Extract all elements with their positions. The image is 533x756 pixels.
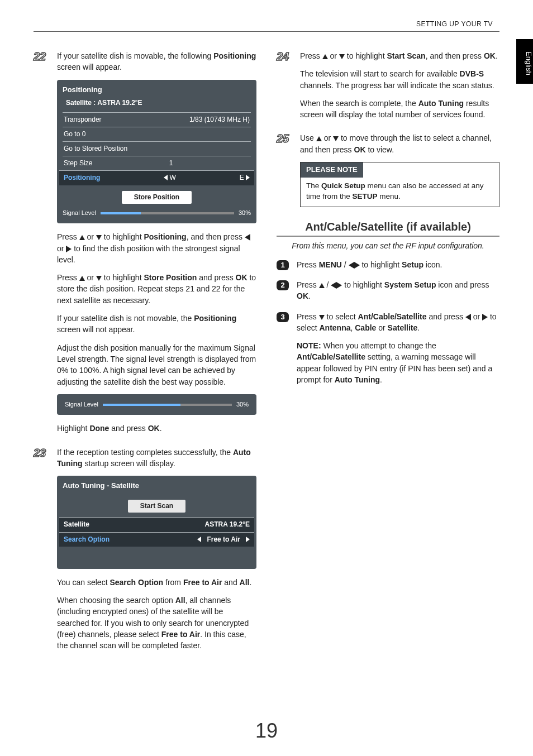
step-25: 25 Use or to move through the list to se… [277,132,499,207]
signal-level-row: Signal Level 30% [63,208,251,218]
step-22: 22 If your satellite dish is movable, th… [34,50,256,441]
language-tab: English [516,39,533,84]
arrow-left-icon [197,537,201,542]
substep-1: 1 Press MENU / to highlight Setup icon. [277,259,499,270]
step-number-23: 23 [34,447,50,658]
step22-p2: Press or to highlight Store Position and… [57,272,256,306]
substep3-note: NOTE: When you attempt to change the Ant… [297,340,499,385]
step-number-25: 25 [277,132,293,207]
step24-p2: The television will start to search for … [300,68,499,91]
page-number: 19 [0,719,533,743]
up-icon [319,283,325,288]
section-caption: From this menu, you can set the RF input… [277,241,499,250]
substep-3: 3 Press to select Ant/Cable/Satellite an… [277,311,499,393]
arrow-right-icon [246,537,250,542]
left-column: 22 If your satellite dish is movable, th… [34,50,256,711]
substep3-p1: Press to select Ant/Cable/Satellite and … [297,311,499,334]
row-stepsize: Step Size 1 [63,156,251,170]
auto-tuning-panel: Auto Tuning - Satellite Start Scan Satel… [57,476,256,568]
right-icon [354,262,360,269]
down-icon [96,276,102,281]
up-icon [322,54,328,59]
left-icon [245,234,250,241]
section-heading: Ant/Cable/Satellite (if available) [277,221,499,237]
step-number-24: 24 [277,50,293,127]
positioning-panel: Positioning Satellite : ASTRA 19.2°E Tra… [57,80,256,224]
signal-bar-panel: Signal Level 30% [57,394,256,415]
down-icon [319,315,325,320]
step22-p1: Press or to highlight Positioning, and t… [57,231,256,265]
header-section: SETTING UP YOUR TV [416,20,493,28]
row-transponder: Transponder 1/83 (10743 MHz H) [63,112,251,127]
step-24: 24 Press or to highlight Start Scan, and… [277,50,499,127]
down-icon [339,54,345,59]
bullet-1: 1 [277,260,289,270]
step24-p3: When the search is complete, the Auto Tu… [300,98,499,121]
panel-title: Positioning [63,84,251,96]
down-icon [96,235,102,240]
up-icon [79,276,85,281]
right-column: 24 Press or to highlight Start Scan, and… [277,50,499,711]
start-scan-button[interactable]: Start Scan [128,500,185,513]
note-body: The Quick Setup menu can also be accesse… [301,178,499,207]
page-content: 22 If your satellite dish is movable, th… [34,50,499,711]
step23-p1: If the reception testing completes succe… [57,447,256,470]
substep-2: 2 Press / to highlight System Setup icon… [277,279,499,302]
please-note-box: PLEASE NOTE The Quick Setup menu can als… [300,162,499,207]
substep2-body: Press / to highlight System Setup icon a… [297,279,499,302]
step22-p3: If your satellite dish is not movable, t… [57,313,256,336]
note-heading: PLEASE NOTE [301,162,363,178]
step-23: 23 If the reception testing completes su… [34,447,256,658]
panel-subtitle: Satellite : ASTRA 19.2°E [66,98,251,108]
up-icon [316,136,322,141]
left-icon [331,282,336,289]
row-stored: Go to Stored Position [63,141,251,156]
step24-p1: Press or to highlight Start Scan, and th… [300,50,499,61]
bullet-2: 2 [277,280,289,290]
step22-p5: Highlight Done and press OK. [57,423,256,434]
substep1-body: Press MENU / to highlight Setup icon. [297,259,499,270]
right-icon [482,314,488,320]
right-icon [66,246,72,252]
left-icon [465,314,471,320]
up-icon [79,235,85,240]
row-satellite: Satellite ASTRA 19.2°E [59,517,254,532]
row-search-option[interactable]: Search Option Free to Air [59,532,254,547]
row-goto0: Go to 0 [63,127,251,141]
header-rule [34,31,499,32]
panel-title: Auto Tuning - Satellite [63,480,251,492]
step23-p3: When choosing the search option All, all… [57,595,256,651]
right-icon [336,282,342,289]
step23-p2: You can select Search Option from Free t… [57,577,256,588]
store-position-button[interactable]: Store Position [122,191,192,204]
down-icon [333,136,339,141]
row-positioning[interactable]: Positioning W E [59,170,254,185]
step22-intro: If your satellite dish is movable, the f… [57,50,256,73]
step25-p1: Use or to move through the list to selec… [300,132,499,155]
arrow-left-icon [164,175,168,180]
step-number-22: 22 [34,50,50,441]
left-icon [349,262,354,269]
step22-p4: Adjust the dish position manually for th… [57,342,256,387]
arrow-right-icon [246,175,250,180]
bullet-3: 3 [277,312,289,322]
